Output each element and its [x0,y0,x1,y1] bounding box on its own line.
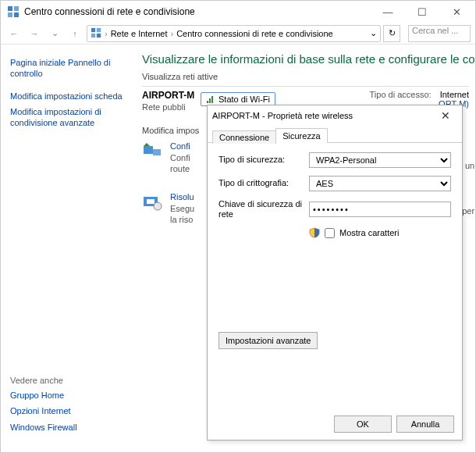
network-center-icon [7,5,20,18]
security-type-row: Tipo di sicurezza: WPA2-Personal [218,152,451,168]
homegroup-link[interactable]: Gruppo Home [10,390,131,401]
dialog-tabs: Connessione Sicurezza [208,126,462,143]
dialog-footer: OK Annulla [208,408,462,440]
show-characters-label: Mostra caratteri [339,228,399,237]
troubleshoot-desc-1: Esegu [170,203,194,214]
dialog-title: AIRPORT-M - Proprietà rete wireless [212,111,353,120]
cancel-button[interactable]: Annulla [396,416,454,433]
search-input[interactable]: Cerca nel ... [408,25,471,42]
svg-rect-13 [207,101,208,103]
uac-shield-icon [309,227,320,238]
svg-rect-8 [144,146,153,154]
firewall-link[interactable]: Windows Firewall [10,422,131,433]
window-buttons: — ☐ ✕ [371,1,474,23]
troubleshoot-text: Risolu Esegu la riso [170,192,194,226]
encryption-row: Tipo di crittografia: AES [218,176,451,191]
troubleshoot-link[interactable]: Risolu [170,192,194,202]
show-characters-row: Mostra caratteri [309,227,451,238]
show-characters-checkbox[interactable] [325,228,335,238]
internet-options-link[interactable]: Opzioni Internet [10,405,131,416]
dialog-titlebar: AIRPORT-M - Proprietà rete wireless ✕ [208,105,462,126]
svg-rect-1 [14,6,19,11]
see-also-header: Vedere anche [10,376,131,385]
troubleshoot-desc-2: la riso [170,214,194,225]
svg-rect-15 [211,96,213,103]
dialog-close-button[interactable]: ✕ [434,107,457,124]
titlebar: Centro connessioni di rete e condivision… [1,1,475,23]
svg-rect-7 [97,33,101,37]
crumb-1[interactable]: Rete e Internet [111,29,168,38]
nav-bar: ← → ⌄ ↑ › Rete e Internet › Centro conne… [1,23,475,45]
access-type-value: Internet [440,90,469,99]
configure-link[interactable]: Confi [170,141,190,151]
network-key-input[interactable] [309,202,451,217]
svg-rect-3 [14,12,19,17]
divider [142,86,469,87]
network-type: Rete pubbli [142,102,194,112]
svg-rect-11 [147,199,155,204]
ok-button[interactable]: OK [334,416,392,433]
access-type-label: Tipo di accesso: [370,90,432,99]
crumb-dropdown-icon[interactable]: ⌄ [370,28,377,38]
advanced-settings-button[interactable]: Impostazioni avanzate [218,332,318,349]
cutoff-text-un: un [465,161,474,170]
svg-rect-14 [209,98,211,103]
page-heading: Visualizzare le informazioni di base sul… [142,52,469,66]
wifi-bars-icon [206,95,215,104]
svg-point-12 [154,202,162,210]
sidebar-section: Modifica impostazioni scheda Modifica im… [10,91,128,129]
back-button[interactable]: ← [5,25,23,42]
encryption-select[interactable]: AES [309,176,451,191]
security-type-label: Tipo di sicurezza: [218,155,303,165]
network-key-row: Chiave di sicurezza di rete [218,199,451,219]
dialog-body: Tipo di sicurezza: WPA2-Personal Tipo di… [208,143,462,408]
active-networks-header: Visualizza reti attive [142,72,469,81]
breadcrumb[interactable]: › Rete e Internet › Centro connessioni d… [87,25,381,42]
network-setup-icon [142,141,164,162]
tab-security[interactable]: Sicurezza [275,128,327,143]
up-button[interactable]: ↑ [66,25,83,42]
forward-button[interactable]: → [26,25,43,42]
wireless-properties-dialog: AIRPORT-M - Proprietà rete wireless ✕ Co… [207,105,463,441]
svg-rect-4 [91,27,95,31]
network-ident: AIRPORT-M Rete pubbli [142,90,194,112]
dropdown-history-button[interactable]: ⌄ [46,25,63,42]
crumb-2[interactable]: Centro connessioni di rete e condivision… [176,29,333,38]
refresh-button[interactable]: ↻ [383,25,400,42]
wifi-status-text: Stato di Wi-Fi [218,95,270,104]
configure-desc-1: Confi [170,152,190,163]
maximize-button[interactable]: ☐ [405,1,439,23]
security-type-select[interactable]: WPA2-Personal [309,152,451,168]
sidebar: Pagina iniziale Pannello di controllo Mo… [1,45,137,452]
configure-text: Confi Confi route [170,141,190,175]
change-adapter-link[interactable]: Modifica impostazioni scheda [10,91,128,102]
svg-rect-2 [8,12,12,17]
troubleshoot-icon [142,192,164,212]
svg-rect-6 [91,33,95,37]
crumb-sep-icon: › [170,29,173,38]
change-sharing-link[interactable]: Modifica impostazioni di condivisione av… [10,106,128,129]
close-button[interactable]: ✕ [439,1,474,23]
svg-rect-5 [97,27,101,31]
encryption-label: Tipo di crittografia: [218,178,303,188]
breadcrumb-icon [91,27,101,40]
minimize-button[interactable]: — [371,1,405,23]
window-title: Centro connessioni di rete e condivision… [24,6,371,17]
network-name: AIRPORT-M [142,90,194,101]
sidebar-home-link[interactable]: Pagina iniziale Pannello di controllo [10,57,128,80]
network-key-label: Chiave di sicurezza di rete [218,199,303,219]
tab-connection[interactable]: Connessione [212,130,276,144]
crumb-sep: › [105,29,108,38]
svg-rect-0 [8,6,12,11]
svg-rect-9 [153,149,161,155]
see-also-section: Vedere anche Gruppo Home Opzioni Interne… [10,376,131,437]
configure-desc-2: route [170,163,190,174]
